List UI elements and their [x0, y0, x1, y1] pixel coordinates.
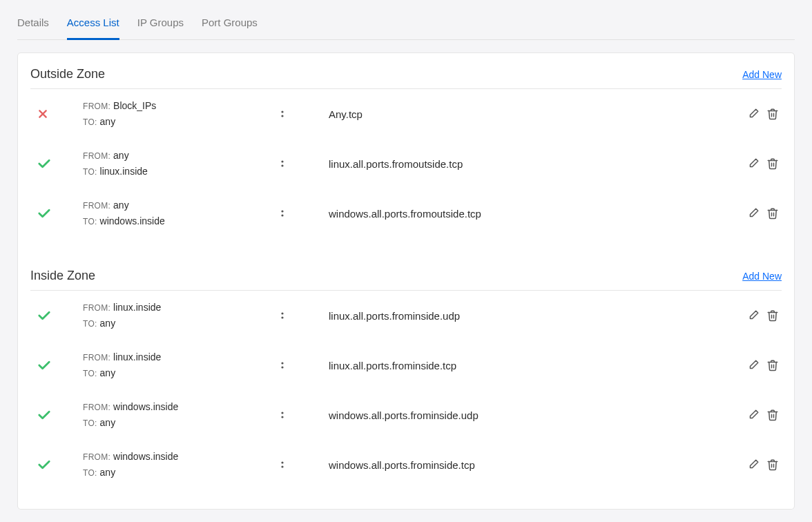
- drag-handle-icon[interactable]: [280, 208, 287, 219]
- drag-handle-icon[interactable]: [280, 360, 287, 371]
- from-value: linux.inside: [113, 351, 161, 362]
- tab-ip-groups[interactable]: IP Groups: [137, 17, 184, 40]
- svg-point-0: [281, 110, 283, 113]
- to-value: any: [100, 417, 116, 428]
- trash-icon[interactable]: [766, 108, 779, 120]
- rule-row: FROM: windows.inside TO: any windows.all…: [30, 440, 782, 490]
- deny-icon: [37, 108, 48, 119]
- zone-header-outside: Outside Zone Add New: [30, 61, 782, 89]
- svg-point-10: [281, 412, 283, 414]
- rule-row: FROM: Block_IPs TO: any Any.tcp: [30, 89, 782, 139]
- from-value: any: [113, 200, 129, 211]
- svg-point-7: [281, 316, 283, 318]
- from-label: FROM:: [83, 403, 110, 412]
- from-value: windows.inside: [113, 451, 178, 462]
- to-label: TO:: [83, 369, 97, 378]
- to-label: TO:: [83, 217, 97, 226]
- rule-row: FROM: linux.inside TO: any linux.all.por…: [30, 291, 782, 340]
- from-label: FROM:: [83, 303, 110, 313]
- edit-icon[interactable]: [747, 207, 760, 220]
- port-value: windows.all.ports.frominside.tcp: [329, 459, 747, 471]
- zone-title-inside: Inside Zone: [30, 269, 742, 283]
- svg-point-1: [281, 115, 283, 117]
- allow-icon: [37, 310, 51, 321]
- trash-icon[interactable]: [766, 157, 779, 170]
- to-label: TO:: [83, 468, 97, 478]
- port-value: windows.all.ports.frominside.udp: [329, 409, 747, 421]
- allow-icon: [37, 360, 51, 371]
- port-value: linux.all.ports.fromoutside.tcp: [329, 158, 747, 170]
- svg-point-9: [281, 366, 283, 368]
- to-value: linux.inside: [100, 166, 148, 177]
- allow-icon: [37, 409, 51, 420]
- to-label: TO:: [83, 319, 97, 329]
- edit-icon[interactable]: [747, 157, 760, 170]
- edit-icon[interactable]: [747, 309, 760, 322]
- to-value: any: [100, 116, 116, 127]
- tab-details[interactable]: Details: [17, 17, 49, 40]
- to-label: TO:: [83, 418, 97, 428]
- tab-access-list[interactable]: Access List: [67, 17, 119, 40]
- from-value: Block_IPs: [113, 100, 156, 111]
- from-label: FROM:: [83, 151, 110, 161]
- access-list-card: Outside Zone Add New FROM: Block_IPs TO:…: [17, 52, 795, 510]
- svg-point-11: [281, 416, 283, 418]
- trash-icon[interactable]: [766, 359, 779, 371]
- edit-icon[interactable]: [747, 458, 760, 471]
- zone-header-inside: Inside Zone Add New: [30, 263, 782, 291]
- port-value: linux.all.ports.frominside.udp: [329, 310, 747, 322]
- from-value: any: [113, 150, 129, 161]
- tab-port-groups[interactable]: Port Groups: [202, 17, 258, 40]
- svg-point-13: [281, 465, 283, 467]
- port-value: windows.all.ports.fromoutside.tcp: [329, 208, 747, 220]
- to-label: TO:: [83, 117, 97, 127]
- zone-title-outside: Outside Zone: [30, 67, 742, 81]
- trash-icon[interactable]: [766, 309, 779, 322]
- drag-handle-icon[interactable]: [280, 459, 287, 470]
- svg-point-12: [281, 461, 283, 463]
- svg-point-5: [281, 214, 283, 216]
- drag-handle-icon[interactable]: [280, 310, 287, 321]
- to-value: any: [100, 318, 116, 329]
- svg-point-6: [281, 312, 283, 314]
- from-value: windows.inside: [113, 401, 178, 412]
- port-value: linux.all.ports.frominside.tcp: [329, 360, 747, 371]
- drag-handle-icon[interactable]: [280, 108, 287, 119]
- svg-point-8: [281, 362, 283, 364]
- rule-row: FROM: windows.inside TO: any windows.all…: [30, 390, 782, 440]
- port-value: Any.tcp: [329, 108, 747, 120]
- allow-icon: [37, 158, 51, 169]
- to-value: windows.inside: [100, 215, 165, 226]
- from-label: FROM:: [83, 452, 110, 462]
- trash-icon[interactable]: [766, 409, 779, 421]
- svg-point-4: [281, 210, 283, 212]
- rule-row: FROM: linux.inside TO: any linux.all.por…: [30, 340, 782, 390]
- trash-icon[interactable]: [766, 458, 779, 471]
- to-label: TO:: [83, 167, 97, 177]
- drag-handle-icon[interactable]: [280, 158, 287, 169]
- from-label: FROM:: [83, 102, 110, 111]
- drag-handle-icon[interactable]: [280, 409, 287, 420]
- from-label: FROM:: [83, 201, 110, 211]
- add-new-inside[interactable]: Add New: [742, 271, 782, 282]
- allow-icon: [37, 459, 51, 470]
- rule-row: FROM: any TO: linux.inside linux.all.por…: [30, 139, 782, 188]
- rule-row: FROM: any TO: windows.inside windows.all…: [30, 188, 782, 238]
- to-value: any: [100, 467, 116, 478]
- allow-icon: [37, 208, 51, 219]
- edit-icon[interactable]: [747, 359, 760, 371]
- edit-icon[interactable]: [747, 108, 760, 120]
- trash-icon[interactable]: [766, 207, 779, 220]
- from-value: linux.inside: [113, 302, 161, 313]
- edit-icon[interactable]: [747, 409, 760, 421]
- add-new-outside[interactable]: Add New: [742, 69, 782, 80]
- svg-point-3: [281, 164, 283, 166]
- from-label: FROM:: [83, 353, 110, 362]
- tabs-bar: Details Access List IP Groups Port Group…: [17, 0, 795, 40]
- to-value: any: [100, 367, 116, 378]
- svg-point-2: [281, 160, 283, 162]
